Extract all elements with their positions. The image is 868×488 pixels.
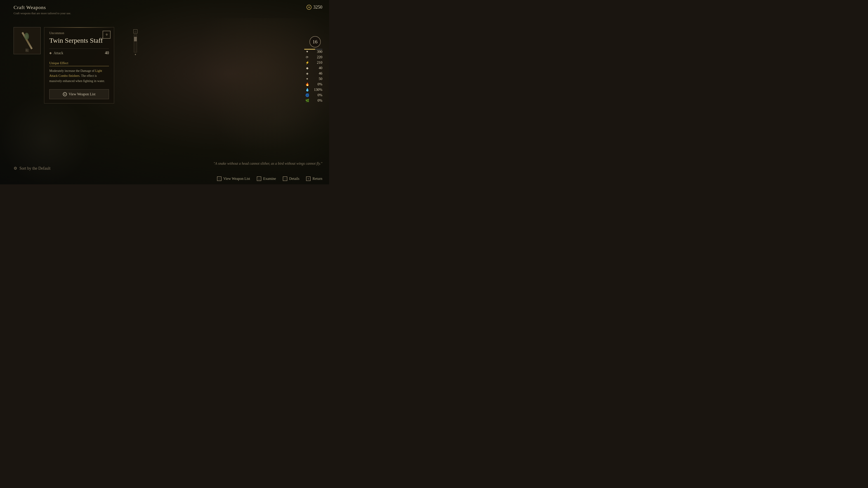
staff-snake-decoration — [24, 33, 29, 39]
attack-icon: ◆ — [305, 66, 309, 70]
scroll-thumb — [134, 37, 137, 41]
spirit-value: 50 — [311, 77, 322, 81]
health-value: 390 — [311, 50, 322, 54]
view-weapon-btn-icon: ✕ — [63, 92, 67, 96]
weapon-attack-icon: ◆ — [49, 51, 52, 55]
sort-button[interactable]: ⚙ Sort by the Default — [13, 166, 51, 171]
weapon-attack-label: ◆ Attack — [49, 51, 63, 55]
ui-overlay: Craft Weapons Craft weapons that are mor… — [0, 0, 329, 184]
stat-health: ♥ 390 — [305, 50, 322, 54]
bottom-quote: "A snake without a head cannot slither, … — [113, 161, 322, 166]
details-label: Details — [289, 177, 299, 181]
fire-value: 0% — [311, 82, 322, 86]
view-weapon-btn-label: View Weapon List — [69, 92, 95, 96]
return-action[interactable]: ✕ Return — [306, 176, 322, 181]
earth-value: 0% — [311, 98, 322, 103]
examine-label: Examine — [263, 177, 276, 181]
stat-attack-speed: ⚡ 210 — [305, 61, 322, 65]
stamina-value: 220 — [311, 55, 322, 59]
stat-stamina: ⟳ 220 — [305, 55, 322, 59]
weapon-card: Uncommon Twin Serpents Staff ⚜ ◆ Attack … — [44, 27, 114, 103]
unique-effect-label: Unique Effect — [49, 61, 109, 66]
sort-label: Sort by the Default — [20, 166, 51, 171]
card-accent — [44, 27, 114, 28]
water-icon: 💧 — [305, 88, 309, 92]
stats-panel: ♥ 390 ⟳ 220 ⚡ 210 ◆ 40 ◈ 46 ✦ 50 🔥 0% 💧 — [305, 50, 322, 103]
view-weapon-action-label: View Weapon List — [223, 177, 250, 181]
defense-value: 46 — [311, 71, 322, 75]
examine-btn-symbol: △ — [257, 176, 261, 181]
weapon-rarity-icon: ⚜ — [103, 31, 111, 39]
weapon-kanji: 殺 — [25, 48, 29, 53]
stat-water: 💧 130% — [305, 88, 322, 92]
bottom-action-bar: □ View Weapon List △ Examine ○ Details ✕… — [217, 176, 322, 181]
stat-attack: ◆ 40 — [305, 66, 322, 70]
details-action[interactable]: ○ Details — [283, 176, 299, 181]
view-weapon-btn-symbol: □ — [217, 176, 221, 181]
level-indicator: 16 — [308, 36, 322, 50]
unique-effect-text-start: Moderately increase the Damage of — [49, 69, 95, 72]
return-label: Return — [312, 177, 322, 181]
attack-speed-icon: ⚡ — [305, 61, 309, 65]
unique-effect-section: Unique Effect Moderately increase the Da… — [49, 61, 109, 84]
weapon-thumbnail: 殺 — [13, 27, 41, 54]
details-btn-symbol: ○ — [283, 176, 287, 181]
scroll-indicator: □ ▼ — [133, 29, 137, 56]
stamina-icon: ⟳ — [305, 55, 309, 59]
return-btn-symbol: ✕ — [306, 176, 311, 181]
spirit-icon: ✦ — [305, 77, 309, 81]
earth-icon: 🌿 — [305, 98, 309, 103]
examine-action[interactable]: △ Examine — [257, 176, 276, 181]
attack-value: 40 — [311, 66, 322, 70]
unique-effect-text: Moderately increase the Damage of Light … — [49, 68, 109, 84]
scroll-track — [134, 34, 137, 53]
page-title: Craft Weapons — [13, 4, 71, 10]
weapon-attack-row: ◆ Attack 40 — [49, 48, 109, 57]
health-icon: ♥ — [305, 50, 309, 54]
scroll-arrow-down: ▼ — [134, 53, 136, 56]
scroll-top-icon: □ — [133, 29, 137, 33]
weapon-rarity: Uncommon — [49, 31, 109, 35]
view-weapon-list-button[interactable]: ✕ View Weapon List — [49, 89, 109, 99]
stat-earth: 🌿 0% — [305, 98, 322, 103]
page-subtitle: Craft weapons that are more tailored to … — [13, 11, 71, 15]
weapon-panel: 殺 Uncommon Twin Serpents Staff ⚜ ◆ Attac… — [13, 27, 114, 103]
stat-fire: 🔥 0% — [305, 82, 322, 86]
level-value: 16 — [313, 39, 318, 45]
stat-defense: ◈ 46 — [305, 71, 322, 75]
level-circle: 16 — [309, 36, 321, 47]
stat-wind: 🌀 0% — [305, 93, 322, 97]
water-value: 130% — [311, 88, 322, 92]
currency-amount: 3250 — [313, 4, 322, 10]
header: Craft Weapons Craft weapons that are mor… — [13, 4, 71, 15]
wind-icon: 🌀 — [305, 93, 309, 97]
fire-icon: 🔥 — [305, 82, 309, 86]
currency-display: ◈ 3250 — [307, 4, 322, 10]
weapon-name: Twin Serpents Staff — [49, 36, 109, 44]
sort-icon: ⚙ — [13, 166, 17, 171]
view-weapon-list-action[interactable]: □ View Weapon List — [217, 176, 250, 181]
weapon-attack-value: 40 — [105, 51, 109, 55]
stat-spirit: ✦ 50 — [305, 77, 322, 81]
currency-icon: ◈ — [307, 5, 311, 10]
weapon-thumbnail-inner — [16, 32, 38, 50]
defense-icon: ◈ — [305, 71, 309, 75]
attack-speed-value: 210 — [311, 61, 322, 65]
wind-value: 0% — [311, 93, 322, 97]
